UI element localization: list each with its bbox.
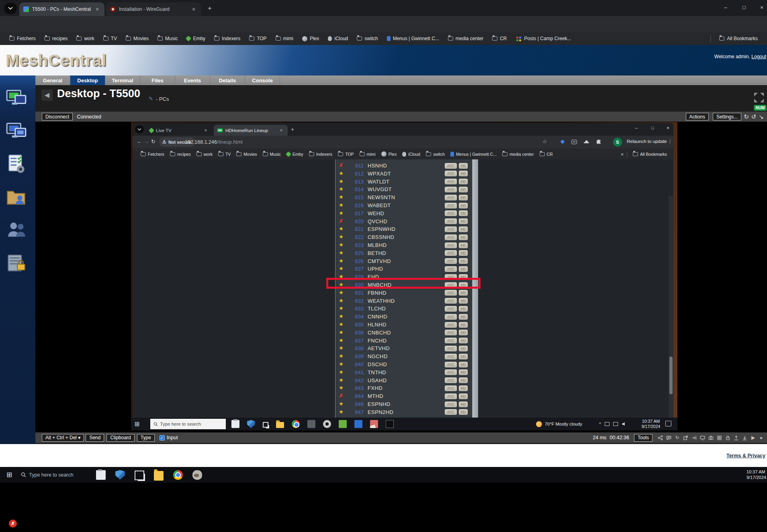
local-search-box[interactable]: Type here to search [21, 472, 73, 478]
remote-tab-search-button[interactable] [135, 125, 144, 133]
rotate-ccw-icon[interactable]: ↺ [751, 113, 757, 120]
bookmark-item[interactable]: Fetchers [6, 35, 39, 43]
remote-reload-icon[interactable]: ↻ [151, 139, 155, 145]
refresh-icon[interactable]: ↻ [674, 435, 680, 441]
terms-privacy-link[interactable]: Terms & Privacy [726, 453, 765, 459]
weather-widget[interactable]: 70°F Mostly cloudy [536, 418, 582, 430]
tab-close-icon[interactable]: × [190, 6, 197, 12]
media-icon[interactable] [307, 420, 315, 428]
favorite-star-icon[interactable]: ★ [338, 321, 344, 327]
favorite-star-icon[interactable]: ★ [338, 377, 344, 383]
bookmark-item[interactable]: recipes [168, 151, 193, 157]
remote-all-bookmarks-button[interactable]: All Bookmarks [630, 151, 669, 157]
lock-icon[interactable] [725, 435, 731, 441]
logout-link[interactable]: Logout [751, 54, 766, 59]
remote-address-bar[interactable]: 192.168.1.246/lineup.html [185, 139, 243, 145]
disconnect-button[interactable]: Disconnect [42, 113, 73, 120]
upload-icon[interactable] [733, 435, 739, 441]
clipboard-icon[interactable] [96, 470, 106, 480]
remote-bookmark-star-icon[interactable]: ☆ [542, 139, 547, 145]
disabled-x-icon[interactable]: ✗ [338, 162, 344, 168]
favorite-star-icon[interactable]: ★ [338, 409, 344, 415]
open-new-icon[interactable] [683, 435, 689, 441]
favorite-star-icon[interactable]: ★ [338, 202, 344, 208]
photos-icon[interactable] [370, 420, 378, 428]
tray-network-icon[interactable] [613, 422, 618, 426]
remote-profile-avatar[interactable]: S [613, 138, 622, 147]
bookmark-item[interactable]: CR [537, 151, 555, 157]
tab-meshcentral[interactable]: T5500 - PCs - MeshCentral × [19, 2, 104, 16]
volume-icon[interactable] [622, 422, 626, 426]
console-blue-icon[interactable] [354, 420, 362, 428]
remote-clock[interactable]: 10:37 AM 9/17/2024 [640, 419, 661, 429]
send-display-icon[interactable] [691, 435, 697, 441]
bookmark-item[interactable]: mimi [357, 151, 378, 157]
bookmark-item[interactable]: Music [260, 151, 283, 157]
sidebar-item-devices[interactable] [5, 87, 28, 110]
disabled-x-icon[interactable]: ✗ [338, 218, 344, 224]
new-tab-button[interactable]: + [206, 4, 214, 12]
favorite-star-icon[interactable]: ★ [338, 289, 344, 296]
remote-notification-icon[interactable] [665, 421, 671, 426]
favorite-star-icon[interactable]: ★ [338, 361, 344, 367]
bookmark-item[interactable]: iCloud [324, 35, 352, 43]
send-button[interactable]: Send [86, 434, 104, 442]
favorite-star-icon[interactable]: ★ [338, 265, 344, 271]
fullscreen-expand-icon[interactable] [753, 92, 765, 104]
favorite-star-icon[interactable]: ★ [338, 210, 344, 216]
notepad-icon[interactable] [339, 420, 347, 428]
bookmark-item[interactable]: work [73, 35, 98, 43]
bookmark-item[interactable]: Posts | Camp Creek... [512, 35, 575, 43]
remote-extensions-puzzle-icon[interactable] [596, 139, 601, 145]
remote-close-button[interactable]: × [667, 125, 669, 131]
remote-extension-diamond-icon[interactable] [560, 139, 565, 144]
favorite-star-icon[interactable]: ★ [338, 258, 344, 264]
favorite-star-icon[interactable]: ★ [338, 369, 344, 375]
tray-display-icon[interactable] [605, 422, 610, 426]
tray-chevron-icon[interactable]: ^ [599, 422, 601, 426]
tab-close-icon[interactable]: × [94, 6, 100, 12]
rotate-cw-icon[interactable]: ↻ [744, 113, 749, 120]
clipboard-icon[interactable] [231, 420, 239, 428]
bookmark-item[interactable]: CR [489, 35, 510, 43]
play-icon[interactable]: ▶ [750, 435, 756, 441]
bookmark-item[interactable]: Plex [299, 35, 323, 43]
tab-desktop[interactable]: Desktop [70, 75, 105, 85]
favorite-star-icon[interactable]: ★ [338, 329, 344, 335]
bookmark-item[interactable]: Indexers [307, 151, 335, 157]
tab-search-button[interactable] [4, 3, 17, 14]
chrome-icon[interactable] [292, 420, 300, 428]
bookmark-item[interactable]: switch [423, 151, 447, 157]
remote-screen[interactable]: Live TV × HD HDHomeRun Lineup × + – □ × … [131, 122, 677, 430]
tab-general[interactable]: General [35, 75, 70, 85]
favorite-star-icon[interactable]: ★ [338, 401, 344, 407]
favorite-star-icon[interactable]: ★ [338, 234, 344, 240]
file-explorer-icon[interactable] [276, 422, 284, 428]
error-close-icon[interactable]: ✗ [9, 520, 17, 528]
relaunch-to-update-button[interactable]: Relaunch to update [627, 139, 667, 144]
tab-close-icon[interactable]: × [202, 128, 209, 133]
favorite-star-icon[interactable]: ★ [338, 226, 344, 232]
remote-minimize-button[interactable]: – [635, 125, 638, 130]
clipboard-button[interactable]: Clipboard [106, 434, 134, 442]
bookmark-item[interactable]: TV [216, 151, 233, 157]
bookmark-item[interactable]: TOP [245, 35, 270, 43]
download-icon[interactable] [742, 435, 748, 441]
back-to-devices-button[interactable]: ◀ [41, 90, 53, 101]
bookmark-item[interactable]: Plex [379, 151, 399, 157]
sidebar-item-device-groups[interactable] [5, 120, 28, 143]
remote-back-icon[interactable]: ← [137, 139, 142, 145]
edit-pencil-icon[interactable]: ✎ [149, 96, 153, 102]
bookmark-item[interactable]: Indexers [211, 35, 244, 43]
tab-close-icon[interactable]: × [278, 128, 284, 133]
tab-files[interactable]: Files [140, 75, 175, 85]
remote-forward-icon[interactable]: → [144, 139, 149, 145]
favorite-star-icon[interactable]: ★ [338, 345, 344, 351]
bookmark-item[interactable]: mimi [272, 35, 297, 43]
snap-corner-icon[interactable]: ↘ [759, 113, 764, 120]
file-explorer-icon[interactable] [154, 471, 164, 481]
favorite-star-icon[interactable]: ★ [338, 250, 344, 256]
remote-start-button[interactable]: ⊞ [135, 420, 140, 428]
favorite-star-icon[interactable]: ★ [338, 298, 344, 304]
remote-menu-icon[interactable]: ⋮ [668, 139, 673, 144]
